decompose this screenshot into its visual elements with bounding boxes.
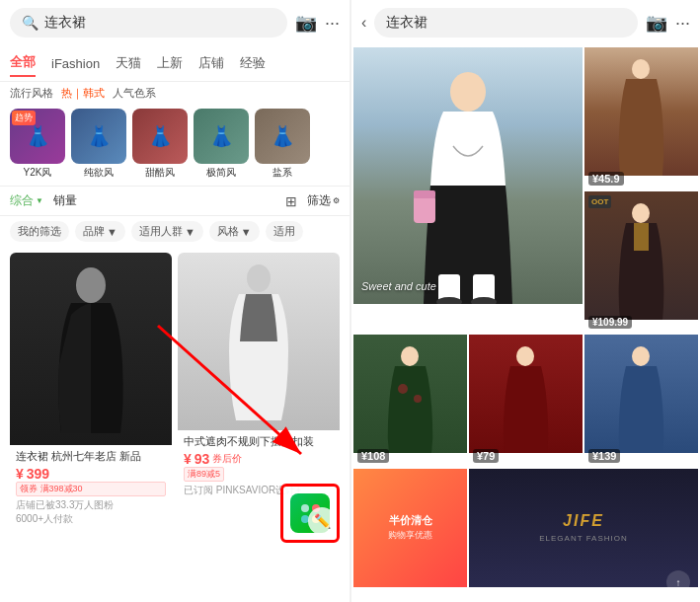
filter-more[interactable]: 适用 <box>266 221 303 242</box>
svg-point-4 <box>450 72 486 112</box>
filter-brand-label: 品牌 <box>83 224 105 239</box>
product-img-r7: JIFE ELEGANT FASHION ↑ <box>469 469 698 587</box>
product-card-r6[interactable]: 半价清仓 购物享优惠 <box>353 469 467 601</box>
svg-point-1 <box>247 264 271 292</box>
tab-tianmao[interactable]: 天猫 <box>116 50 141 76</box>
tab-all[interactable]: 全部 <box>10 49 36 77</box>
svg-point-0 <box>76 267 106 303</box>
style-item-y2k[interactable]: 趋势 👗 Y2K风 <box>10 109 65 180</box>
style-item-yan[interactable]: 👗 盐系 <box>255 109 310 180</box>
product-card-2[interactable]: 中式遮肉不规则下摆盘扣装 ¥ 93 券后价 满89减5 已订阅 PINKSAVI… <box>178 253 340 503</box>
coupon-row-2: 满89减5 <box>184 467 334 482</box>
right-search-bar: ‹ 连衣裙 📷 ··· <box>351 0 700 45</box>
filter-crowd-arrow: ▼ <box>185 226 195 238</box>
search-icon: 🔍 <box>22 15 39 31</box>
right-more-icon[interactable]: ··· <box>675 13 690 34</box>
sort-筛选[interactable]: 筛选 ⚙ <box>307 192 340 209</box>
yan-label: 盐系 <box>272 166 292 180</box>
style-tag-hot[interactable]: 热｜韩式 <box>61 86 105 101</box>
svg-point-15 <box>414 395 422 403</box>
filter-tags-row: 我的筛选 品牌 ▼ 适用人群 ▼ 风格 ▼ 适用 <box>0 216 350 247</box>
sort-zonghe-label: 综合 <box>10 192 34 209</box>
camera-icon[interactable]: 📷 <box>295 12 317 34</box>
tab-shop[interactable]: 店铺 <box>198 50 224 76</box>
filter-more-label: 适用 <box>273 224 295 239</box>
product-card-r1[interactable]: ¥45.9 <box>584 47 698 189</box>
svg-point-13 <box>401 346 419 366</box>
product-card-r2[interactable]: OOT ¥109.99 <box>584 191 698 334</box>
price-r5: ¥139 <box>588 449 620 463</box>
brand-sub-r7: ELEGANT FASHION <box>539 534 628 543</box>
sort-xiaoliang-label: 销量 <box>53 192 77 209</box>
tab-experience[interactable]: 经验 <box>240 50 266 76</box>
product-card-r5[interactable]: ¥139 <box>584 335 698 467</box>
product-img-r1 <box>584 47 698 176</box>
grid-view-icon[interactable]: ⊞ <box>285 193 297 209</box>
style-tag-renqi[interactable]: 人气色系 <box>113 86 156 101</box>
main-product-label: Sweet and cute <box>361 280 436 292</box>
left-search-input-wrap[interactable]: 🔍 连衣裙 <box>10 8 287 38</box>
svg-point-17 <box>632 346 650 366</box>
product-card-r3[interactable]: ¥108 <box>353 335 467 467</box>
style-item-jijian[interactable]: 👗 极简风 <box>194 109 249 180</box>
tabs-row: 全部 iFashion 天猫 上新 店铺 经验 <box>0 45 350 82</box>
main-product-img: Sweet and cute <box>353 47 583 304</box>
left-panel: 🔍 连衣裙 📷 ··· 全部 iFashion 天猫 上新 店铺 经验 流行风格… <box>0 0 350 602</box>
product-card-1[interactable]: 连衣裙 杭州七年老店 新品 ¥ 399 领券 满398减30 店铺已被33.3万… <box>10 253 172 532</box>
coupon-2: 满89减5 <box>184 467 224 482</box>
scroll-top-btn-r7[interactable]: ↑ <box>666 570 690 594</box>
product-img-r4 <box>469 335 583 453</box>
coupon-1: 领券 满398减30 <box>16 482 166 496</box>
filter-arrow: ⚙ <box>333 196 340 205</box>
product-card-r4[interactable]: ¥79 <box>469 335 583 467</box>
price-value-1: 399 <box>27 466 49 482</box>
filter-brand-arrow: ▼ <box>107 226 117 238</box>
edit-icon[interactable]: ✏️ <box>308 507 336 535</box>
shop-sales-1: 6000+人付款 <box>16 512 166 526</box>
sort-row: 综合 ▼ 销量 ⊞ 筛选 ⚙ <box>0 186 350 216</box>
product-grid-left: 连衣裙 杭州七年老店 新品 ¥ 399 领券 满398减30 店铺已被33.3万… <box>0 247 350 602</box>
svg-point-12 <box>632 203 650 223</box>
right-camera-icon[interactable]: 📷 <box>646 12 667 34</box>
more-icon[interactable]: ··· <box>325 13 340 34</box>
product-col-2: 中式遮肉不规则下摆盘扣装 ¥ 93 券后价 满89减5 已订阅 PINKSAVI… <box>178 253 340 596</box>
price-main-2: ¥ <box>184 451 192 467</box>
filter-style-arrow: ▼ <box>241 226 252 238</box>
y2k-label: Y2K风 <box>24 166 52 180</box>
sort-销量[interactable]: 销量 <box>53 192 77 209</box>
price-value-2: 93 <box>194 451 210 467</box>
style-tag-liuxing[interactable]: 流行风格 <box>10 86 53 101</box>
filter-style[interactable]: 风格 ▼ <box>209 221 260 242</box>
price-r4: ¥79 <box>473 449 499 463</box>
right-search-input-wrap[interactable]: 连衣裙 <box>374 8 638 38</box>
back-button[interactable]: ‹ <box>361 14 366 32</box>
svg-point-14 <box>398 384 408 394</box>
main-product-card[interactable]: Sweet and cute <box>353 47 583 333</box>
product-price-row-1: ¥ 399 <box>16 466 166 482</box>
product-info-1: 连衣裙 杭州七年老店 新品 ¥ 399 领券 满398减30 店铺已被33.3万… <box>10 445 172 532</box>
product-img-r2 <box>584 191 698 320</box>
shop-name-1: 店铺已被33.3万人图粉 <box>16 498 166 512</box>
style-item-tiankuu[interactable]: 👗 甜酷风 <box>132 109 188 180</box>
tab-ifashion[interactable]: iFashion <box>51 52 100 75</box>
product-card-r7[interactable]: JIFE ELEGANT FASHION ↑ <box>469 469 698 601</box>
product-title-2: 中式遮肉不规则下摆盘扣装 <box>184 434 334 449</box>
tab-shangxin[interactable]: 上新 <box>157 50 183 76</box>
filter-brand[interactable]: 品牌 ▼ <box>75 221 125 242</box>
jijian-label: 极简风 <box>206 166 236 180</box>
product-title-1: 连衣裙 杭州七年老店 新品 <box>16 449 166 464</box>
scroll-top-icon: ↑ <box>676 577 681 588</box>
sort-综合[interactable]: 综合 ▼ <box>10 192 43 209</box>
style-images-row: 趋势 👗 Y2K风 👗 纯欲风 👗 甜酷风 👗 极简风 👗 <box>0 105 350 186</box>
style-item-chunyu[interactable]: 👗 纯欲风 <box>71 109 126 180</box>
price-r3: ¥108 <box>357 449 389 463</box>
left-search-bar: 🔍 连衣裙 📷 ··· <box>0 0 350 45</box>
filter-my[interactable]: 我的筛选 <box>10 221 69 242</box>
promo-sub-r6: 购物享优惠 <box>388 529 432 542</box>
price-r1: ¥45.9 <box>588 172 624 186</box>
price-main-1: ¥ <box>16 466 24 482</box>
filter-my-label: 我的筛选 <box>18 224 61 239</box>
product-img-r5 <box>584 335 698 453</box>
filter-crowd[interactable]: 适用人群 ▼ <box>131 221 203 242</box>
product-col-1: 连衣裙 杭州七年老店 新品 ¥ 399 领券 满398减30 店铺已被33.3万… <box>10 253 172 596</box>
